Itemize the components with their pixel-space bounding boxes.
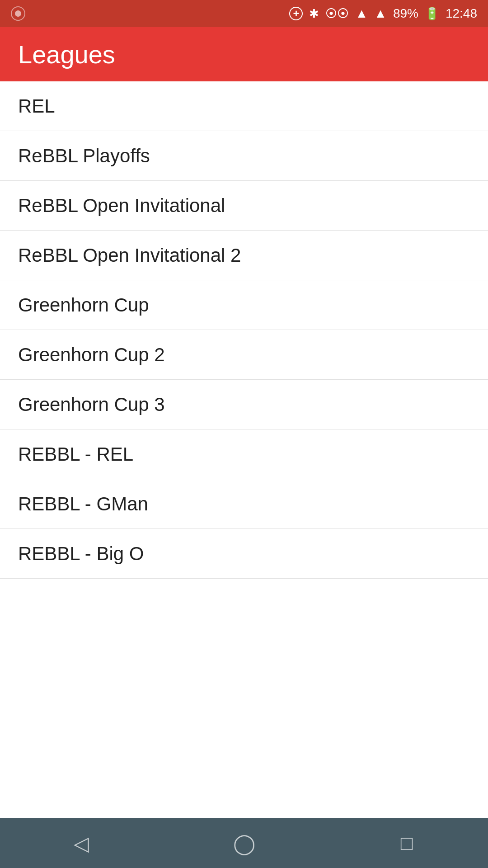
league-list-item[interactable]: REBBL - REL bbox=[0, 429, 488, 479]
league-list-item[interactable]: Greenhorn Cup 3 bbox=[0, 380, 488, 429]
league-list-item[interactable]: REBBL - GMan bbox=[0, 479, 488, 529]
league-item-label: ReBBL Open Invitational 2 bbox=[18, 245, 241, 266]
bluetooth-icon: ✱ bbox=[309, 7, 319, 21]
league-list-item[interactable]: REL bbox=[0, 81, 488, 131]
league-item-label: Greenhorn Cup 3 bbox=[18, 394, 165, 415]
league-list-item[interactable]: ReBBL Open Invitational 2 bbox=[0, 231, 488, 280]
league-item-label: Greenhorn Cup 2 bbox=[18, 344, 165, 366]
league-item-label: REBBL - REL bbox=[18, 443, 133, 465]
bottom-navigation: ◁ ◯ □ bbox=[0, 818, 488, 868]
recents-icon: □ bbox=[401, 832, 413, 854]
league-item-label: Greenhorn Cup bbox=[18, 294, 149, 316]
app-icon-inner bbox=[15, 10, 21, 17]
battery-icon: 🔋 bbox=[425, 7, 439, 21]
alarm-icon: + bbox=[289, 7, 303, 20]
back-button[interactable]: ◁ bbox=[54, 825, 108, 861]
league-item-label: REBBL - Big O bbox=[18, 543, 144, 565]
signal-icon: ▲ bbox=[374, 6, 387, 21]
status-bar-right: + ✱ ⦿⦿ ▲ ▲ 89% 🔋 12:48 bbox=[289, 6, 477, 21]
league-list-item[interactable]: Greenhorn Cup bbox=[0, 280, 488, 330]
status-bar: + ✱ ⦿⦿ ▲ ▲ 89% 🔋 12:48 bbox=[0, 0, 488, 27]
league-item-label: REBBL - GMan bbox=[18, 493, 148, 515]
vibrate-icon: ⦿⦿ bbox=[325, 7, 349, 21]
home-icon: ◯ bbox=[233, 832, 255, 855]
status-time: 12:48 bbox=[446, 6, 477, 21]
league-list-item[interactable]: ReBBL Playoffs bbox=[0, 131, 488, 181]
league-list-item[interactable]: Greenhorn Cup 2 bbox=[0, 330, 488, 380]
leagues-list: RELReBBL PlayoffsReBBL Open Invitational… bbox=[0, 81, 488, 818]
recents-button[interactable]: □ bbox=[380, 825, 434, 861]
status-bar-left bbox=[11, 6, 25, 21]
home-button[interactable]: ◯ bbox=[217, 825, 271, 861]
wifi-icon: ▲ bbox=[355, 6, 368, 21]
league-list-item[interactable]: ReBBL Open Invitational bbox=[0, 181, 488, 231]
battery-percentage: 89% bbox=[393, 6, 418, 21]
back-icon: ◁ bbox=[74, 832, 89, 855]
app-icon bbox=[11, 6, 25, 21]
league-list-item[interactable]: REBBL - Big O bbox=[0, 529, 488, 579]
app-bar-title: Leagues bbox=[18, 40, 115, 69]
league-item-label: REL bbox=[18, 95, 55, 117]
league-item-label: ReBBL Playoffs bbox=[18, 145, 150, 167]
app-bar: Leagues bbox=[0, 27, 488, 81]
league-item-label: ReBBL Open Invitational bbox=[18, 195, 225, 217]
